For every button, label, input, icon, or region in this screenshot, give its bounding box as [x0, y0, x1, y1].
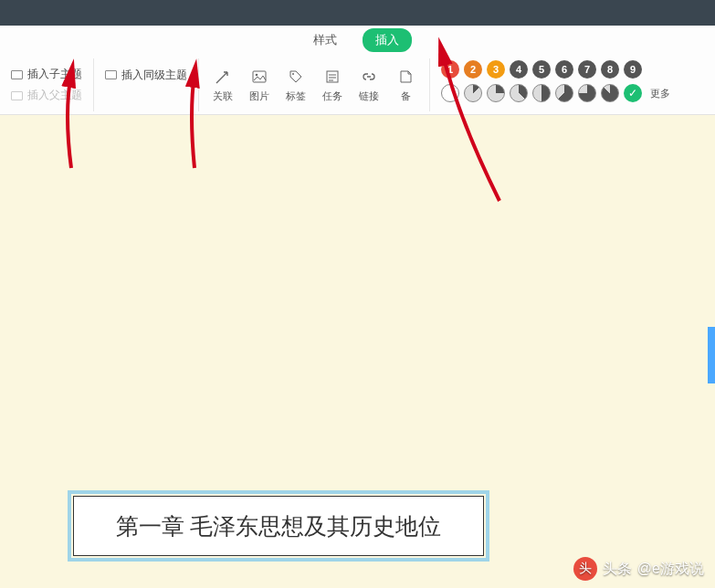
task-button[interactable]: 任务: [314, 58, 351, 111]
progress-marker-7[interactable]: [601, 84, 619, 102]
priority-marker-3[interactable]: 3: [487, 60, 505, 79]
mindmap-canvas[interactable]: 第一章 毛泽东思想及其历史地位: [0, 115, 715, 588]
task-icon: [323, 68, 342, 86]
more-markers[interactable]: 更多: [650, 87, 670, 100]
watermark-handle: @e游戏说: [637, 560, 704, 579]
priority-marker-5[interactable]: 5: [532, 60, 551, 79]
progress-marker-5[interactable]: [555, 84, 573, 102]
watermark: 头 头条 @e游戏说: [573, 557, 704, 581]
priority-marker-7[interactable]: 7: [578, 60, 596, 79]
insert-parent-topic: 插入父主题: [11, 88, 82, 103]
topic-icon: [105, 70, 117, 79]
image-button[interactable]: 图片: [241, 58, 278, 111]
svg-point-2: [292, 73, 294, 75]
progress-marker-4[interactable]: [532, 84, 551, 102]
image-icon: [250, 68, 268, 86]
node-text: 第一章 毛泽东思想及其历史地位: [116, 511, 442, 541]
markers-panel: 123456789 ✓更多: [430, 58, 678, 102]
window-titlebar: [0, 0, 715, 26]
insert-parent-label: 插入父主题: [27, 88, 82, 103]
ribbon-tabs: 样式 插入: [0, 26, 715, 55]
priority-marker-4[interactable]: 4: [510, 60, 528, 79]
priority-marker-6[interactable]: 6: [555, 60, 573, 79]
insert-sibling-topic[interactable]: 插入同级主题: [105, 68, 187, 83]
watermark-avatar: 头: [573, 557, 597, 581]
priority-marker-8[interactable]: 8: [601, 60, 619, 79]
priority-marker-2[interactable]: 2: [464, 60, 482, 79]
watermark-prefix: 头条: [603, 560, 632, 579]
arrow-icon: [214, 68, 232, 86]
insert-child-label: 插入子主题: [27, 67, 82, 82]
progress-marker-1[interactable]: [464, 84, 482, 102]
relation-button[interactable]: 关联: [205, 58, 241, 111]
insert-child-topic[interactable]: 插入子主题: [11, 67, 82, 82]
progress-marker-6[interactable]: [578, 84, 596, 102]
progress-marker-2[interactable]: [487, 84, 505, 102]
tab-insert[interactable]: 插入: [363, 28, 412, 52]
link-icon: [360, 68, 378, 86]
side-panel-handle[interactable]: [708, 327, 715, 383]
tag-icon: [287, 68, 305, 86]
note-button[interactable]: 备: [387, 58, 424, 111]
progress-marker-0[interactable]: [441, 84, 459, 102]
insert-sibling-label: 插入同级主题: [121, 68, 187, 83]
svg-point-1: [256, 73, 258, 76]
topic-icon: [11, 70, 23, 79]
tab-style[interactable]: 样式: [304, 29, 346, 51]
note-icon: [396, 68, 415, 86]
topic-icon: [11, 91, 23, 100]
progress-marker-3[interactable]: [510, 84, 528, 102]
priority-marker-1[interactable]: 1: [441, 60, 459, 79]
toolbar: 插入子主题 插入父主题 插入同级主题 关联 图片: [0, 55, 715, 115]
priority-marker-9[interactable]: 9: [624, 60, 642, 79]
link-button[interactable]: 链接: [351, 58, 387, 111]
done-marker[interactable]: ✓: [624, 84, 642, 102]
root-topic-node[interactable]: 第一章 毛泽东思想及其历史地位: [73, 496, 484, 556]
label-button[interactable]: 标签: [278, 58, 314, 111]
